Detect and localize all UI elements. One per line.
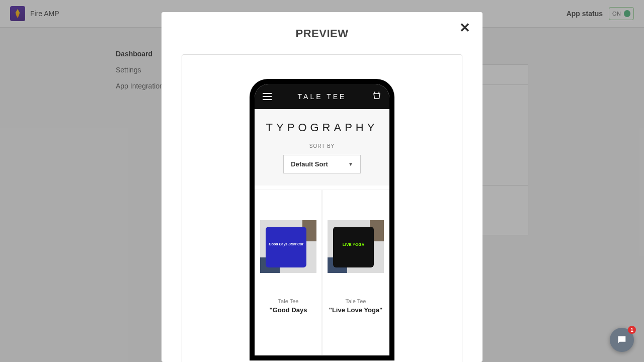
close-icon[interactable]: ✕ [459, 21, 470, 34]
phone-mockup: TALE TEE TYPOGRAPHY SORT BY Default Sort… [250, 79, 394, 360]
product-card[interactable]: Good Days Start Cut Tale Tee "Good Days [255, 190, 322, 355]
tee-print: Good Days Start Cut [266, 242, 306, 246]
product-image: LIVE YOGA [328, 220, 384, 273]
chat-widget[interactable]: 1 [610, 328, 634, 352]
collection-title: TYPOGRAPHY [265, 121, 379, 134]
tee-print: LIVE YOGA [333, 242, 374, 247]
sort-selected-value: Default Sort [291, 160, 328, 168]
hamburger-icon[interactable] [263, 93, 272, 100]
sortby-label: SORT BY [265, 143, 379, 149]
modal-title: PREVIEW [182, 27, 462, 40]
sort-select[interactable]: Default Sort ▼ [283, 155, 361, 173]
chevron-down-icon: ▼ [348, 161, 353, 167]
shop-brand: TALE TEE [298, 93, 347, 101]
product-grid: Good Days Start Cut Tale Tee "Good Days [255, 186, 389, 355]
product-vendor: Tale Tee [260, 298, 316, 304]
cart-icon[interactable] [372, 91, 381, 103]
product-vendor: Tale Tee [328, 298, 384, 304]
shop-header: TALE TEE [255, 84, 389, 109]
product-title: "Live Love Yoga" [328, 306, 384, 315]
collection-head: TYPOGRAPHY SORT BY Default Sort ▼ [255, 109, 389, 186]
product-image: Good Days Start Cut [260, 220, 316, 273]
product-card[interactable]: LIVE YOGA Tale Tee "Live Love Yoga" [322, 190, 389, 355]
preview-modal: ✕ PREVIEW TALE TEE TYPOGRAPHY [162, 12, 482, 362]
product-title: "Good Days [260, 306, 316, 315]
modal-overlay[interactable]: ✕ PREVIEW TALE TEE TYPOGRAPHY [0, 0, 644, 362]
phone-screen: TALE TEE TYPOGRAPHY SORT BY Default Sort… [255, 84, 389, 355]
preview-frame: TALE TEE TYPOGRAPHY SORT BY Default Sort… [182, 54, 462, 362]
chat-badge: 1 [628, 326, 636, 334]
